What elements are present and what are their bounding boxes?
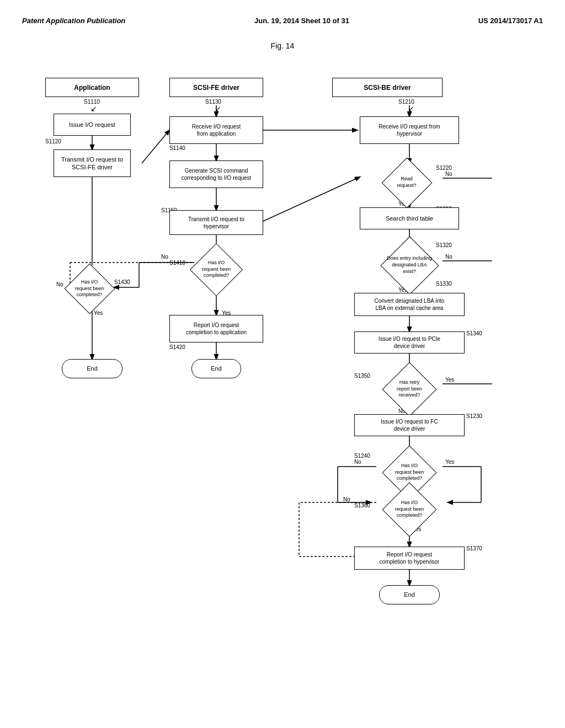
box-gen-scsi-cmd: Generate SCSI command corresponding to I… (169, 160, 263, 188)
label-s1240: S1240 (354, 453, 370, 459)
box-issue-io-pcie: Issue I/O request to PCIe device driver (354, 331, 465, 354)
be-descent: ↙ (408, 104, 414, 113)
diagram-area: No No Yes Yes Yes No Yes No Yes No (29, 61, 536, 640)
box-receive-io-hyp: Receive I/O request from hypervisor (360, 116, 459, 144)
box-report-completion-app: Report I/O request completion to applica… (169, 315, 263, 342)
label-s1140: S1140 (169, 145, 185, 151)
header-patent-number: US 2014/173017 A1 (478, 17, 543, 25)
svg-text:No: No (161, 254, 168, 260)
svg-text:No: No (445, 171, 452, 177)
diamond-has-io-be: Has I/Orequest beencompleted? (371, 489, 448, 530)
svg-line-26 (142, 130, 169, 163)
svg-text:No: No (343, 496, 350, 502)
box-issue-io: Issue I/O request (54, 114, 131, 136)
header-date-sheet: Jun. 19, 2014 Sheet 10 of 31 (254, 17, 349, 25)
box-end-be: End (379, 585, 440, 604)
label-s1230: S1230 (466, 413, 482, 419)
header-publication-type: Patent Application Publication (22, 17, 125, 25)
box-transmit-io-hyp: Transmit I/O request to hypervisor (169, 210, 263, 235)
svg-line-28 (263, 177, 360, 221)
box-convert-lba: Convert designated LBA into LBA on exter… (354, 293, 465, 316)
app-descent: ↙ (90, 104, 97, 113)
diamond-has-retry: Has retryreport beenreceived? (371, 368, 448, 410)
fe-descent: ↙ (215, 104, 221, 113)
label-s1330: S1330 (436, 281, 452, 287)
label-s1120: S1120 (45, 138, 61, 144)
box-transmit-io-scsi: Transmit I/O request to SCSI-FE driver (54, 149, 131, 177)
col-header-scsi-fe: SCSI-FE driver (169, 78, 263, 97)
diamond-has-io-app: Has I/Orequest beencompleted? (59, 268, 120, 309)
page-header: Patent Application Publication Jun. 19, … (22, 11, 543, 36)
label-s1370: S1370 (466, 545, 482, 552)
col-header-application: Application (45, 78, 139, 97)
label-s1420: S1420 (169, 344, 185, 350)
box-search-third: Search third table (360, 207, 459, 229)
box-report-completion-hyp: Report I/O request completion to hypervi… (354, 547, 465, 570)
label-s1360: S1360 (354, 502, 370, 508)
box-end-app: End (62, 359, 122, 378)
svg-text:No: No (354, 459, 361, 465)
diamond-has-io-fe: Has I/Orequest beencompleted? (183, 249, 249, 290)
box-receive-io-app: Receive I/O request from application (169, 116, 263, 144)
box-end-fe1: End (191, 359, 241, 378)
label-s1340: S1340 (466, 330, 482, 336)
figure-title: Fig. 14 (22, 41, 543, 50)
box-issue-io-fc: Issue I/O request to FC device driver (354, 414, 465, 436)
label-s1350: S1350 (354, 373, 370, 379)
svg-text:Yes: Yes (94, 310, 103, 316)
diamond-read-request: Readrequest? (374, 163, 440, 202)
col-header-scsi-be: SCSI-BE driver (332, 78, 443, 97)
page: Patent Application Publication Jun. 19, … (0, 0, 565, 728)
